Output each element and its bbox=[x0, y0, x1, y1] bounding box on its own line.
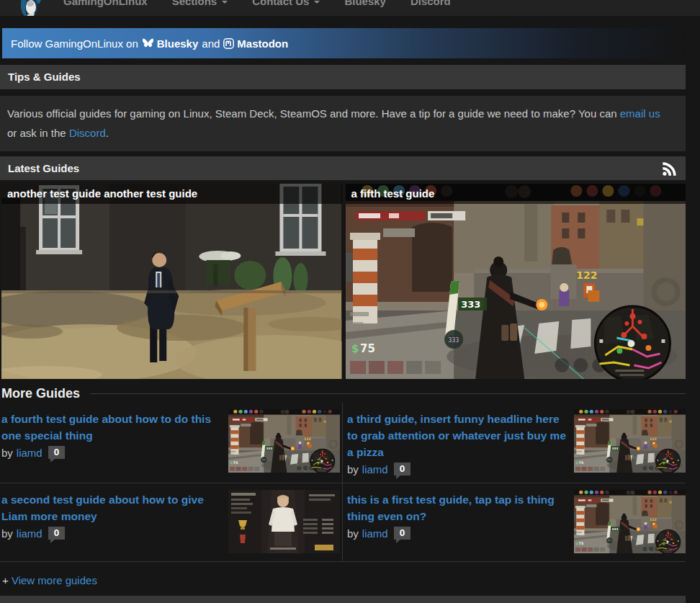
nav-item-bluesky[interactable]: Bluesky bbox=[344, 0, 386, 7]
comment-count-badge[interactable]: 0 bbox=[48, 527, 66, 540]
description-text: . bbox=[106, 127, 109, 139]
bluesky-link[interactable]: Bluesky bbox=[142, 37, 199, 50]
bluesky-butterfly-icon bbox=[142, 38, 154, 49]
guide-thumbnail[interactable] bbox=[574, 490, 686, 553]
nav-item-sections[interactable]: Sections bbox=[172, 0, 228, 7]
description-text: or ask in the bbox=[7, 127, 66, 139]
rss-icon[interactable] bbox=[662, 161, 677, 184]
guide-list-item: a third guide, insert funny headline her… bbox=[343, 403, 686, 483]
latest-guides-bar: Latest Guides bbox=[0, 156, 686, 180]
byline-by: by bbox=[1, 527, 13, 540]
comment-count-badge[interactable]: 0 bbox=[394, 463, 411, 475]
nav-item-home[interactable]: GamingOnLinux bbox=[63, 0, 148, 7]
guide-list-item: this is a first test guide, tap tap is t… bbox=[343, 483, 686, 562]
guide-list-item: a second test guide about how to give Li… bbox=[0, 483, 343, 562]
nav-item-home-label: GamingOnLinux bbox=[63, 0, 148, 7]
guide-title-link[interactable]: a third guide, insert funny headline her… bbox=[347, 411, 567, 460]
banner-text: Follow GamingOnLinux on bbox=[11, 37, 138, 50]
guide-title-link[interactable]: this is a first test guide, tap tap is t… bbox=[347, 491, 567, 524]
page-title-bar: Tips & Guides bbox=[0, 65, 686, 89]
view-more-guides-link[interactable]: View more guides bbox=[12, 574, 97, 586]
author-link[interactable]: liamd bbox=[17, 527, 42, 540]
nav-item-contact[interactable]: Contact Us bbox=[252, 0, 320, 7]
comment-count-badge[interactable]: 0 bbox=[394, 527, 411, 540]
byline-by: by bbox=[1, 447, 13, 459]
guide-byline: by liamd 0 bbox=[1, 527, 222, 540]
plus-icon: + bbox=[2, 574, 9, 586]
email-us-link[interactable]: email us bbox=[620, 107, 660, 120]
nav-item-sections-label: Sections bbox=[172, 0, 217, 7]
guide-title-link[interactable]: a second test guide about how to give Li… bbox=[1, 491, 222, 524]
guide-thumbnail[interactable] bbox=[228, 490, 340, 553]
latest-guides-title: Latest Guides bbox=[8, 162, 79, 174]
guide-byline: by liamd 0 bbox=[347, 527, 567, 540]
caret-down-icon bbox=[314, 1, 320, 4]
featured-guide-title[interactable]: a fifth test guide bbox=[346, 184, 686, 204]
description-text: Various official guides for gaming on Li… bbox=[7, 107, 617, 120]
mastodon-icon bbox=[223, 38, 234, 49]
more-guides-heading: More Guides bbox=[1, 386, 686, 401]
top-navbar: GamingOnLinux Sections Contact Us Bluesk… bbox=[0, 0, 700, 16]
featured-guide-image bbox=[1, 184, 342, 379]
page-title: Tips & Guides bbox=[8, 71, 81, 83]
discord-link[interactable]: Discord bbox=[69, 127, 106, 139]
nav-item-discord-label: Discord bbox=[410, 0, 451, 7]
guide-thumbnail[interactable] bbox=[574, 409, 686, 473]
featured-guide-card[interactable]: a fifth test guide bbox=[346, 184, 686, 379]
follow-banner: Follow GamingOnLinux on Bluesky and Mast… bbox=[2, 28, 686, 58]
guide-title-link[interactable]: a fourth test guide about how to do this… bbox=[1, 411, 222, 444]
author-link[interactable]: liamd bbox=[362, 463, 388, 475]
banner-text: and bbox=[202, 37, 220, 50]
bluesky-link-label: Bluesky bbox=[157, 37, 199, 50]
guide-thumbnail[interactable] bbox=[228, 409, 340, 473]
byline-by: by bbox=[347, 463, 359, 475]
view-more-row: + View more guides bbox=[2, 574, 686, 586]
guide-byline: by liamd 0 bbox=[347, 463, 567, 475]
page-description: Various official guides for gaming on Li… bbox=[0, 96, 686, 151]
guide-byline: by liamd 0 bbox=[1, 446, 222, 459]
comment-count-badge[interactable]: 0 bbox=[48, 446, 66, 459]
featured-guides: another test guide another test guide a … bbox=[1, 184, 686, 379]
gamingonlinux-logo-icon[interactable] bbox=[17, 0, 46, 16]
mastodon-link[interactable]: Mastodon bbox=[223, 37, 288, 50]
author-link[interactable]: liamd bbox=[362, 527, 388, 540]
nav-item-contact-label: Contact Us bbox=[252, 0, 309, 7]
caret-down-icon bbox=[222, 1, 228, 4]
featured-guide-card[interactable]: another test guide another test guide bbox=[1, 184, 342, 379]
recently-updated-bar: Recently Updated Guides bbox=[0, 596, 686, 603]
featured-guide-image bbox=[346, 184, 686, 379]
nav-item-discord[interactable]: Discord bbox=[410, 0, 451, 7]
author-link[interactable]: liamd bbox=[17, 447, 42, 459]
nav-item-bluesky-label: Bluesky bbox=[344, 0, 386, 7]
more-guides-title: More Guides bbox=[1, 386, 80, 401]
more-guides-grid: a fourth test guide about how to do this… bbox=[0, 403, 686, 562]
featured-guide-title[interactable]: another test guide another test guide bbox=[1, 184, 342, 204]
mastodon-link-label: Mastodon bbox=[237, 37, 288, 50]
byline-by: by bbox=[347, 527, 359, 540]
guide-list-item: a fourth test guide about how to do this… bbox=[0, 403, 343, 483]
heading-rule bbox=[90, 393, 686, 394]
